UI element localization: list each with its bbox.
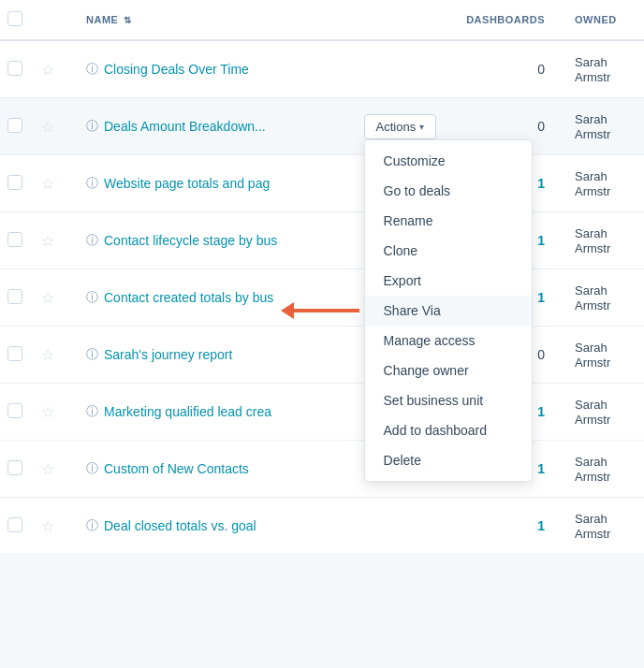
row-name-cell: ⓘ Closing Deals Over Time [86,61,436,78]
dashboards-count: 0 [537,347,545,362]
report-link[interactable]: Website page totals and pag [104,176,270,191]
info-icon: ⓘ [86,403,98,420]
info-icon: ⓘ [86,289,98,306]
dashboards-count: 1 [537,461,545,476]
caret-icon: ▾ [419,122,424,132]
star-icon[interactable]: ☆ [41,347,54,363]
dropdown-item-export[interactable]: Export [365,266,532,296]
dropdown-item-go-to-deals[interactable]: Go to deals [365,176,532,206]
actions-label: Actions [376,120,417,134]
dropdown-item-share-via[interactable]: Share Via [365,296,532,326]
row-name-cell: ⓘ Deal closed totals vs. goal [86,517,436,534]
row-checkbox[interactable] [7,403,22,418]
info-icon: ⓘ [86,232,98,249]
row-checkbox[interactable] [7,61,22,76]
dropdown-item-set-business-unit[interactable]: Set business unit [365,385,532,415]
report-link[interactable]: Marketing qualified lead crea [104,404,271,419]
reports-table: NAME ⇅ DASHBOARDS OWNED ☆ ⓘ Closing Deal… [0,0,644,555]
star-icon[interactable]: ☆ [41,461,54,477]
dashboards-count: 1 [537,176,545,191]
report-link[interactable]: Sarah's journey report [104,347,232,362]
dashboards-count: 0 [537,62,545,77]
info-icon: ⓘ [86,460,98,477]
owner-text: SarahArmstr [575,398,610,427]
owner-text: SarahArmstr [575,341,610,370]
row-checkbox[interactable] [7,517,22,532]
header-dashboards: DASHBOARDS [451,0,560,40]
dashboards-count: 1 [537,518,545,533]
dashboards-count: 1 [537,404,545,419]
dropdown-item-delete[interactable]: Delete [365,445,532,475]
owner-text: SarahArmstr [575,169,610,198]
dropdown-item-change-owner[interactable]: Change owner [365,356,532,385]
dashboards-count: 1 [537,290,545,305]
arrow-shaft [294,309,359,312]
report-link[interactable]: Contact created totals by bus [104,290,273,305]
header-checkbox-col [0,0,37,40]
star-icon[interactable]: ☆ [41,62,54,78]
sort-icon[interactable]: ⇅ [124,15,132,25]
owner-text: SarahArmstr [575,55,610,84]
row-checkbox[interactable] [7,289,22,304]
dropdown-item-customize[interactable]: Customize [365,146,532,176]
select-all-checkbox[interactable] [7,11,22,26]
header-name: NAME ⇅ [71,0,451,40]
dropdown-item-manage-access[interactable]: Manage access [365,326,532,356]
header-owned: OWNED [560,0,644,40]
reports-table-container: NAME ⇅ DASHBOARDS OWNED ☆ ⓘ Closing Deal… [0,0,644,555]
info-icon: ⓘ [86,346,98,363]
dropdown-item-rename[interactable]: Rename [365,206,532,236]
dropdown-item-clone[interactable]: Clone [365,236,532,266]
report-link[interactable]: Deal closed totals vs. goal [104,518,256,533]
report-link[interactable]: Closing Deals Over Time [104,62,249,77]
actions-dropdown-menu: Customize Go to deals Rename Clone [364,139,533,482]
dashboards-count: 1 [537,233,545,248]
owner-text: SarahArmstr [575,283,610,312]
report-link[interactable]: Custom of New Contacts [104,461,249,476]
star-icon[interactable]: ☆ [41,233,54,249]
info-icon: ⓘ [86,175,98,192]
row-checkbox[interactable] [7,460,22,475]
info-icon: ⓘ [86,517,98,534]
arrow-head [281,302,294,319]
report-link[interactable]: Contact lifecycle stage by bus [104,233,277,248]
owner-text: SarahArmstr [575,112,610,141]
row-checkbox[interactable] [7,118,22,133]
star-icon[interactable]: ☆ [41,518,54,534]
actions-button[interactable]: Actions ▾ [364,114,437,139]
report-link[interactable]: Deals Amount Breakdown... [104,119,266,134]
owner-text: SarahArmstr [575,512,610,541]
header-star-col [37,0,71,40]
name-col-label: NAME [86,14,118,25]
dashboards-count: 0 [537,119,545,134]
row-checkbox[interactable] [7,232,22,247]
dropdown-item-add-to-dashboard[interactable]: Add to dashboard [365,415,532,445]
star-icon[interactable]: ☆ [41,176,54,192]
info-icon: ⓘ [86,118,98,135]
star-icon[interactable]: ☆ [41,404,54,420]
owner-text: SarahArmstr [575,455,610,484]
actions-dropdown-wrapper: Actions ▾ Customize Go to deals Rename [364,114,437,139]
arrow [281,302,359,319]
owner-text: SarahArmstr [575,226,610,255]
star-icon[interactable]: ☆ [41,119,54,135]
row-checkbox[interactable] [7,346,22,361]
star-icon[interactable]: ☆ [41,290,54,306]
info-icon: ⓘ [86,61,98,78]
row-checkbox[interactable] [7,175,22,190]
